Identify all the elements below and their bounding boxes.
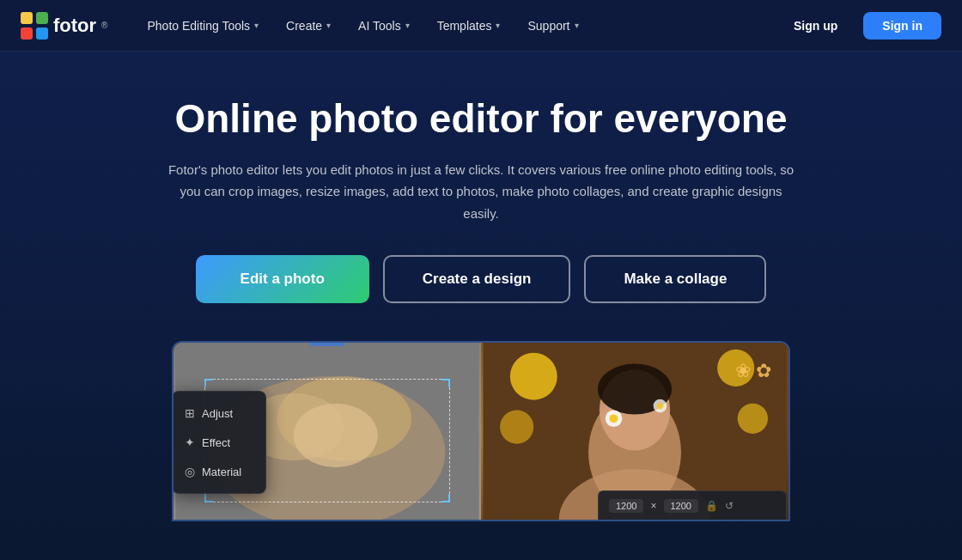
preview-inner: ⊞ Adjust ✦ Effect ◎ Material 1200 × 1200…	[174, 343, 788, 520]
hero-section: Online photo editor for everyone Fotor's…	[0, 52, 962, 560]
nav-item-support[interactable]: Support ▾	[515, 12, 590, 40]
nav-item-ai-tools[interactable]: AI Tools ▾	[346, 12, 422, 40]
aspect-ratio-row: Keep Aspect Ratio	[598, 520, 787, 521]
navbar: fotor® Photo Editing Tools ▾ Create ▾ AI…	[0, 0, 962, 52]
width-value: 1200	[609, 499, 643, 513]
material-icon: ◎	[185, 465, 195, 478]
signup-button[interactable]: Sign up	[778, 12, 853, 40]
svg-point-21	[657, 403, 664, 410]
resize-handle	[310, 343, 344, 346]
chevron-down-icon: ▾	[405, 21, 410, 30]
logo-tm: ®	[101, 21, 107, 30]
dimension-bar: 1200 × 1200 🔒 ↺	[598, 490, 787, 520]
sidebar-panel: ⊞ Adjust ✦ Effect ◎ Material	[172, 391, 266, 494]
svg-point-12	[738, 404, 768, 434]
hero-subtitle: Fotor's photo editor lets you edit photo…	[163, 159, 799, 225]
nav-items: Photo Editing Tools ▾ Create ▾ AI Tools …	[135, 12, 778, 40]
hero-title: Online photo editor for everyone	[174, 96, 787, 142]
nav-item-photo-editing[interactable]: Photo Editing Tools ▾	[135, 12, 271, 40]
adjust-icon: ⊞	[185, 406, 195, 420]
refresh-icon[interactable]: ↺	[725, 500, 734, 512]
nav-item-templates[interactable]: Templates ▾	[425, 12, 513, 40]
signin-button[interactable]: Sign in	[863, 12, 941, 40]
svg-point-10	[510, 353, 557, 400]
chevron-down-icon: ▾	[326, 21, 331, 30]
svg-rect-3	[36, 27, 48, 40]
svg-point-19	[610, 415, 618, 423]
lock-icon[interactable]: 🔒	[705, 500, 718, 512]
fotor-logo-icon	[21, 12, 48, 40]
svg-point-11	[717, 350, 754, 387]
svg-rect-1	[36, 12, 48, 24]
nav-item-create[interactable]: Create ▾	[274, 12, 343, 40]
dimension-separator: ×	[650, 500, 656, 512]
sidebar-item-material[interactable]: ◎ Material	[173, 457, 265, 486]
svg-rect-0	[21, 12, 33, 24]
logo[interactable]: fotor®	[21, 12, 107, 40]
effect-icon: ✦	[185, 435, 195, 449]
height-value: 1200	[664, 499, 698, 513]
nav-actions: Sign up Sign in	[778, 12, 941, 40]
chevron-down-icon: ▾	[496, 21, 500, 30]
sidebar-item-effect[interactable]: ✦ Effect	[173, 428, 265, 457]
svg-point-8	[294, 404, 378, 468]
make-collage-button[interactable]: Make a collage	[584, 255, 766, 303]
edit-photo-button[interactable]: Edit a photo	[196, 255, 369, 303]
logo-text: fotor	[53, 15, 96, 37]
hero-buttons: Edit a photo Create a design Make a coll…	[196, 255, 767, 303]
sidebar-item-adjust[interactable]: ⊞ Adjust	[173, 399, 265, 428]
svg-rect-2	[21, 27, 33, 40]
chevron-down-icon: ▾	[575, 21, 579, 30]
preview-container: ⊞ Adjust ✦ Effect ◎ Material 1200 × 1200…	[172, 341, 790, 521]
svg-point-13	[500, 411, 533, 444]
chevron-down-icon: ▾	[254, 21, 259, 30]
create-design-button[interactable]: Create a design	[383, 255, 571, 303]
